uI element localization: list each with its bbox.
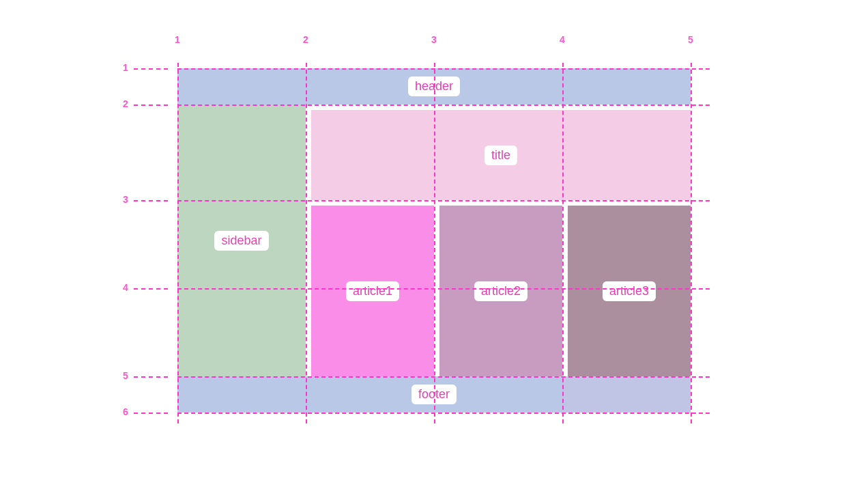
row-number-5: 5 bbox=[123, 370, 128, 381]
row-line-5-left bbox=[134, 376, 168, 378]
row-number-3: 3 bbox=[123, 194, 128, 205]
col-line-1 bbox=[177, 63, 179, 423]
region-label-article1: article1 bbox=[346, 281, 399, 301]
row-line-5 bbox=[177, 376, 710, 378]
region-label-title: title bbox=[484, 145, 517, 165]
row-number-1: 1 bbox=[123, 62, 128, 73]
col-number-4: 4 bbox=[560, 34, 565, 45]
col-number-5: 5 bbox=[688, 34, 693, 45]
col-number-3: 3 bbox=[431, 34, 437, 45]
region-label-article3: article3 bbox=[603, 281, 656, 301]
col-line-4 bbox=[562, 63, 564, 423]
region-footer-right-strip bbox=[562, 376, 691, 413]
col-line-5 bbox=[691, 63, 692, 423]
row-line-2 bbox=[177, 104, 710, 106]
row-line-1-left bbox=[134, 68, 168, 70]
col-line-2 bbox=[306, 63, 307, 423]
grid-diagram: headersidebartitlearticle1article2articl… bbox=[123, 27, 737, 451]
row-number-6: 6 bbox=[123, 406, 128, 417]
region-label-article2: article2 bbox=[474, 281, 527, 301]
col-number-1: 1 bbox=[175, 34, 180, 45]
region-article1: article1 bbox=[311, 206, 434, 376]
row-number-2: 2 bbox=[123, 98, 128, 109]
row-line-6 bbox=[177, 413, 710, 414]
region-article2: article2 bbox=[439, 206, 562, 376]
row-line-4 bbox=[177, 288, 710, 290]
col-line-3 bbox=[434, 63, 435, 423]
row-line-2-left bbox=[134, 104, 168, 106]
region-title: title bbox=[311, 110, 691, 200]
row-number-4: 4 bbox=[123, 282, 128, 293]
row-line-3 bbox=[177, 200, 710, 201]
col-number-2: 2 bbox=[303, 34, 308, 45]
region-sidebar: sidebar bbox=[177, 104, 306, 376]
region-label-sidebar: sidebar bbox=[214, 231, 268, 251]
row-line-1 bbox=[177, 68, 710, 70]
row-line-6-left bbox=[134, 413, 168, 414]
row-line-4-left bbox=[134, 288, 168, 290]
region-article3: article3 bbox=[568, 206, 691, 376]
row-line-3-left bbox=[134, 200, 168, 201]
